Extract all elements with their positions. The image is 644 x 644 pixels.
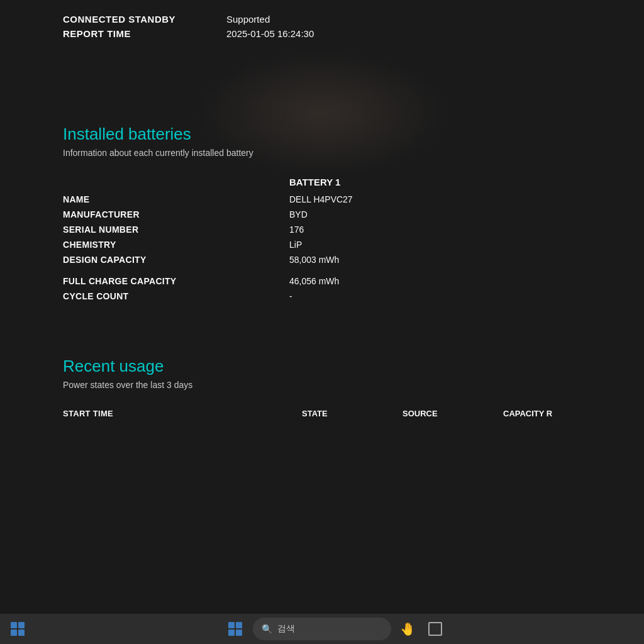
recent-table-header: START TIME STATE SOURCE CAPACITY R bbox=[63, 409, 581, 418]
report-time-row: REPORT TIME 2025-01-05 16:24:30 bbox=[63, 28, 581, 39]
report-time-label: REPORT TIME bbox=[63, 28, 226, 39]
windows-logo-icon bbox=[11, 622, 25, 636]
row-value-design-capacity: 58,003 mWh bbox=[289, 255, 339, 265]
row-value-cycle-count: - bbox=[289, 291, 292, 301]
row-label-full-charge: FULL CHARGE CAPACITY bbox=[63, 276, 289, 286]
taskbar-desktop-preview-button[interactable] bbox=[424, 618, 447, 640]
table-row: CHEMISTRY LiP bbox=[63, 240, 581, 250]
row-label-name: NAME bbox=[63, 194, 289, 204]
hand-icon: 🤚 bbox=[400, 621, 416, 636]
recent-usage-subtitle: Power states over the last 3 days bbox=[63, 380, 581, 390]
installed-batteries-subtitle: Information about each currently install… bbox=[63, 148, 581, 158]
row-label-manufacturer: MANUFACTURER bbox=[63, 209, 289, 219]
row-label-cycle-count: CYCLE COUNT bbox=[63, 291, 289, 301]
table-row: DESIGN CAPACITY 58,003 mWh bbox=[63, 255, 581, 265]
recent-usage-title: Recent usage bbox=[63, 357, 581, 376]
report-time-value: 2025-01-05 16:24:30 bbox=[226, 28, 314, 39]
col-header-state: STATE bbox=[302, 409, 402, 418]
table-row: CYCLE COUNT - bbox=[63, 291, 581, 301]
row-value-chemistry: LiP bbox=[289, 240, 302, 250]
table-row: SERIAL NUMBER 176 bbox=[63, 225, 581, 235]
taskbar-windows-button[interactable] bbox=[223, 616, 248, 641]
search-bar[interactable]: 🔍 검색 bbox=[253, 618, 391, 640]
row-value-serial: 176 bbox=[289, 225, 304, 235]
table-row: MANUFACTURER BYD bbox=[63, 209, 581, 219]
taskbar-gesture-button[interactable]: 🤚 bbox=[396, 618, 419, 640]
taskbar-windows-icon bbox=[228, 622, 242, 636]
start-button[interactable] bbox=[5, 616, 30, 641]
installed-batteries-title: Installed batteries bbox=[63, 125, 581, 144]
col-header-source: SOURCE bbox=[402, 409, 503, 418]
row-label-chemistry: CHEMISTRY bbox=[63, 240, 289, 250]
col-header-capacity: CAPACITY R bbox=[503, 409, 552, 418]
battery-table: NAME DELL H4PVC27 MANUFACTURER BYD SERIA… bbox=[63, 194, 581, 301]
connected-standby-row: CONNECTED STANDBY Supported bbox=[63, 14, 581, 25]
connected-standby-value: Supported bbox=[226, 14, 270, 25]
table-row: NAME DELL H4PVC27 bbox=[63, 194, 581, 204]
row-value-manufacturer: BYD bbox=[289, 209, 308, 219]
battery-column-header: BATTERY 1 bbox=[289, 177, 581, 188]
connected-standby-label: CONNECTED STANDBY bbox=[63, 14, 226, 25]
search-placeholder-text: 검색 bbox=[277, 623, 295, 635]
row-value-name: DELL H4PVC27 bbox=[289, 194, 353, 204]
desktop-preview-icon bbox=[428, 622, 442, 636]
taskbar-center: 🔍 검색 🤚 bbox=[30, 616, 639, 641]
taskbar: 🔍 검색 🤚 bbox=[0, 614, 644, 644]
col-header-start-time: START TIME bbox=[63, 409, 302, 418]
header-section: CONNECTED STANDBY Supported REPORT TIME … bbox=[63, 6, 581, 39]
row-label-design-capacity: DESIGN CAPACITY bbox=[63, 255, 289, 265]
table-row: FULL CHARGE CAPACITY 46,056 mWh bbox=[63, 276, 581, 286]
installed-batteries-section: Installed batteries Information about ea… bbox=[63, 125, 581, 301]
row-value-full-charge: 46,056 mWh bbox=[289, 276, 339, 286]
search-icon: 🔍 bbox=[262, 624, 272, 634]
battery-column-title: BATTERY 1 bbox=[289, 177, 340, 187]
recent-usage-section: Recent usage Power states over the last … bbox=[63, 357, 581, 418]
row-label-serial: SERIAL NUMBER bbox=[63, 225, 289, 235]
